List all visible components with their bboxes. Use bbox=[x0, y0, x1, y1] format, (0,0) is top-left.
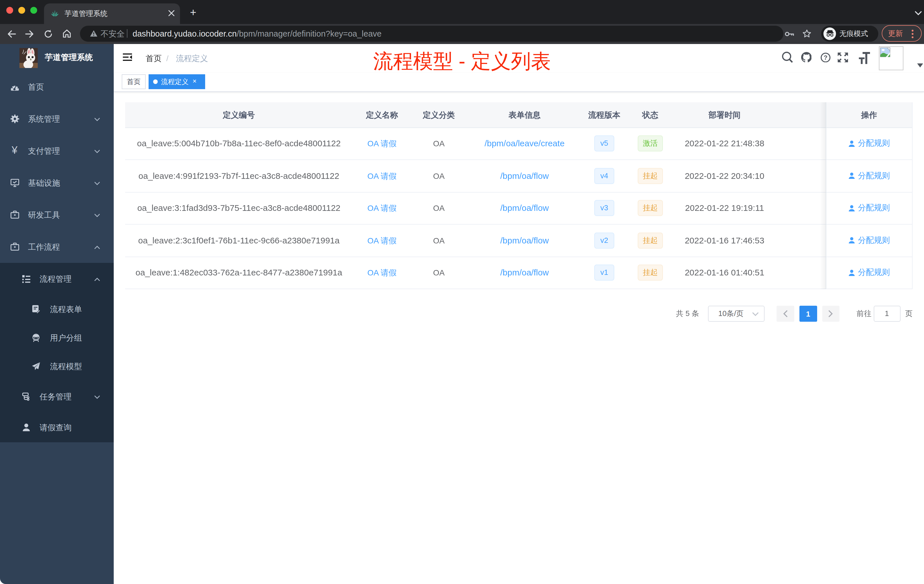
svg-text:?: ? bbox=[824, 54, 827, 61]
